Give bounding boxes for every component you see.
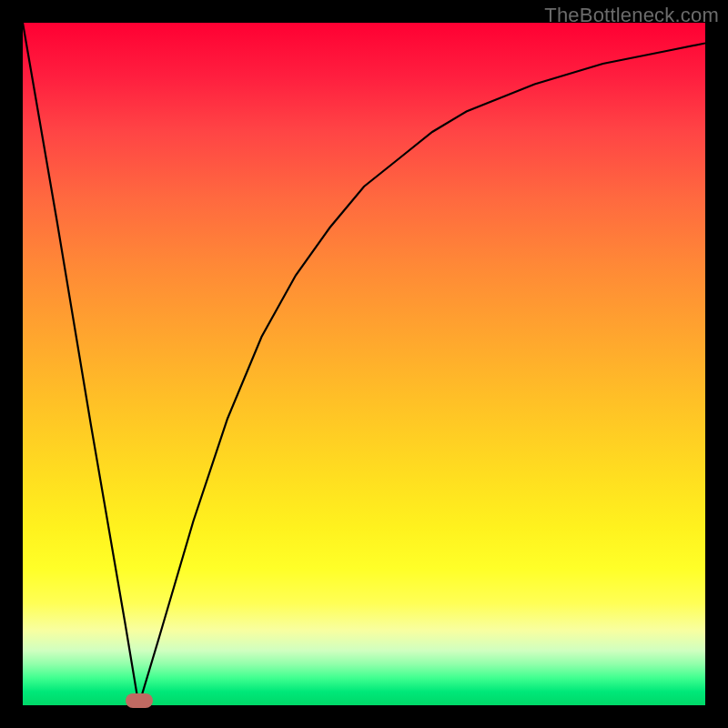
curve-svg bbox=[23, 23, 705, 705]
optimal-marker bbox=[126, 693, 153, 708]
chart-container: TheBottleneck.com bbox=[0, 0, 728, 728]
bottleneck-curve bbox=[23, 23, 705, 705]
plot-area bbox=[23, 23, 705, 705]
watermark-text: TheBottleneck.com bbox=[544, 4, 719, 27]
